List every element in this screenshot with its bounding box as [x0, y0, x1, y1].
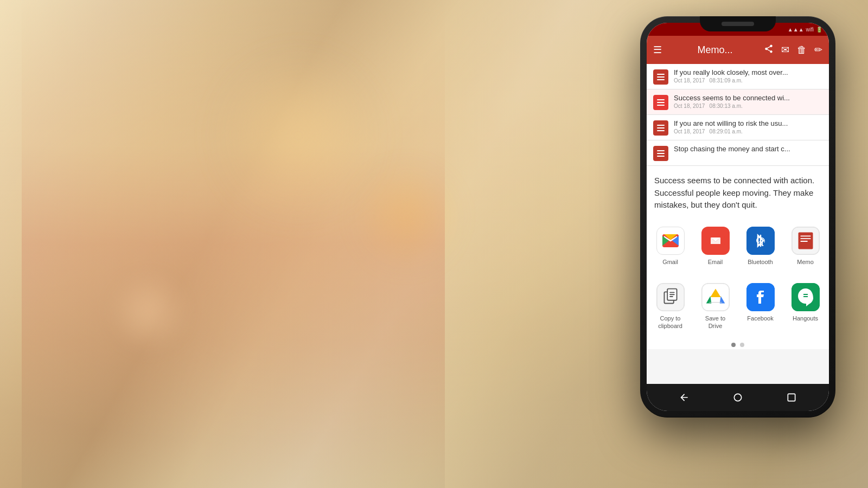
svg-rect-24: [788, 394, 795, 401]
phone-device: ▲▲▲ wifi 🔋 ☰ Memo... ✉: [640, 16, 835, 418]
share-apps-row2: Copy to clipboard: [647, 274, 829, 339]
svg-point-23: [734, 394, 741, 401]
memo-text-1: If you really look closely, most over...: [674, 68, 822, 76]
bluetooth-icon: ଦ: [746, 227, 775, 255]
hangouts-label: Hangouts: [793, 314, 818, 322]
dot-1: [731, 343, 736, 347]
memo-icon-1: [653, 69, 668, 85]
copy-icon: [656, 283, 685, 311]
gmail-icon: [656, 227, 685, 255]
share-icon[interactable]: [764, 44, 774, 56]
share-app-email[interactable]: Email: [694, 222, 737, 270]
memo-content-2: Success seems to be connected wi... Oct …: [674, 94, 822, 109]
svg-rect-11: [669, 292, 675, 293]
recents-button[interactable]: [782, 388, 801, 407]
pagination-dots: [647, 338, 829, 349]
drive-label: Save to Drive: [705, 314, 725, 330]
share-app-facebook[interactable]: Facebook: [739, 279, 782, 335]
phone-notch: [700, 16, 776, 31]
memo-text-3: If you are not willing to risk the usu..…: [674, 119, 822, 127]
facebook-icon: [746, 283, 775, 311]
memo-date-3: Oct 18, 2017 08:29:01 a.m.: [674, 129, 822, 134]
phone-speaker: [722, 22, 754, 26]
gmail-label: Gmail: [662, 258, 678, 266]
back-button[interactable]: [674, 388, 694, 407]
phone-screen: ▲▲▲ wifi 🔋 ☰ Memo... ✉: [647, 23, 829, 411]
memo-content-3: If you are not willing to risk the usu..…: [674, 119, 822, 134]
bluetooth-label: Bluetooth: [748, 258, 773, 266]
memo-lines-2: [654, 97, 667, 108]
share-quote-text: Success seems to be connected with actio…: [647, 166, 829, 218]
delete-icon[interactable]: 🗑: [797, 44, 807, 56]
email-label: Email: [708, 258, 723, 266]
memo-item-1[interactable]: If you really look closely, most over...…: [647, 64, 829, 89]
memo-item-4[interactable]: Stop chasing the money and start c...: [647, 140, 829, 165]
svg-rect-12: [669, 294, 675, 295]
memo-icon-3: [653, 120, 668, 136]
dot-2: [740, 343, 744, 347]
share-app-gmail[interactable]: Gmail: [649, 222, 692, 270]
memo-lines-1: [654, 71, 667, 83]
memo-icon-2: [653, 95, 668, 110]
app-toolbar: ☰ Memo... ✉ 🗑 ✏: [647, 36, 829, 64]
share-apps-row1: Gmail Email: [647, 218, 829, 274]
bottom-navigation: [647, 384, 829, 411]
memo-item-3[interactable]: If you are not willing to risk the usu..…: [647, 115, 829, 140]
toolbar-title: Memo...: [672, 44, 758, 56]
share-app-memo[interactable]: Memo: [784, 222, 827, 270]
facebook-label: Facebook: [747, 314, 773, 322]
memo-item-2[interactable]: Success seems to be connected wi... Oct …: [647, 89, 829, 115]
hangouts-icon: [792, 283, 820, 311]
memo-label: Memo: [797, 258, 814, 266]
svg-rect-13: [669, 296, 673, 297]
memo-date-1: Oct 18, 2017 08:31:09 a.m.: [674, 78, 822, 84]
home-button[interactable]: [728, 388, 748, 407]
edit-icon[interactable]: ✏: [814, 44, 822, 56]
share-app-drive[interactable]: Save to Drive: [694, 279, 737, 335]
screen-content: ▲▲▲ wifi 🔋 ☰ Memo... ✉: [647, 23, 829, 411]
menu-icon[interactable]: ☰: [653, 44, 662, 56]
memo-icon-4: [653, 146, 668, 161]
svg-rect-5: [800, 235, 810, 236]
memo-content-1: If you really look closely, most over...…: [674, 68, 822, 84]
signal-icon: ▲▲▲: [788, 27, 804, 33]
memo-app-icon: [792, 227, 820, 255]
phone-body: ▲▲▲ wifi 🔋 ☰ Memo... ✉: [640, 16, 835, 418]
memo-text-2: Success seems to be connected wi...: [674, 94, 822, 102]
memo-lines-3: [654, 122, 667, 134]
battery-icon: 🔋: [816, 27, 822, 33]
drive-icon: [701, 283, 730, 311]
share-app-bluetooth[interactable]: ଦ Bluetooth: [739, 222, 782, 270]
share-panel: Success seems to be connected with actio…: [647, 165, 829, 349]
email-icon: [701, 227, 730, 255]
share-app-copy[interactable]: Copy to clipboard: [649, 279, 692, 335]
memo-content-4: Stop chasing the money and start c...: [674, 145, 822, 153]
email-action-icon[interactable]: ✉: [781, 44, 789, 56]
toolbar-actions: ✉ 🗑 ✏: [764, 44, 822, 56]
svg-rect-7: [800, 241, 807, 242]
copy-label: Copy to clipboard: [658, 314, 682, 330]
share-app-hangouts[interactable]: Hangouts: [784, 279, 827, 335]
woman-figure: [22, 0, 445, 488]
svg-rect-6: [800, 238, 810, 239]
memo-date-2: Oct 18, 2017 08:30:13 a.m.: [674, 103, 822, 109]
memo-lines-4: [654, 147, 667, 159]
memo-list: If you really look closely, most over...…: [647, 64, 829, 165]
wifi-icon: wifi: [806, 27, 814, 33]
memo-text-4: Stop chasing the money and start c...: [674, 145, 822, 153]
